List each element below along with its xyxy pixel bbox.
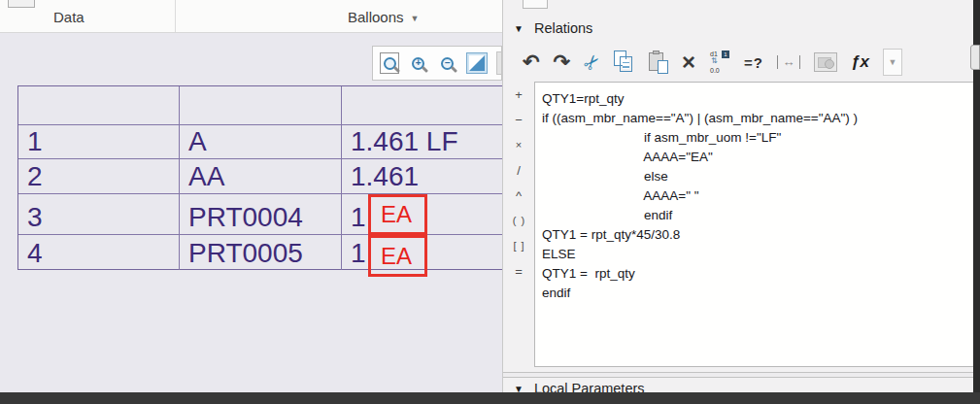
code-line: endif — [542, 206, 973, 225]
functions-dropdown-button[interactable]: ▼ — [883, 49, 902, 76]
table-row[interactable]: 1 A 1.461 LF — [18, 125, 502, 159]
table-row[interactable]: 4 PRT0005 1 — [18, 235, 502, 270]
copy-button[interactable] — [614, 49, 635, 76]
cell-name: PRT0004 — [180, 194, 342, 234]
uom-ea-red: EA — [381, 201, 412, 228]
annotation-box-ea-2: EA — [368, 235, 427, 277]
code-line: if asm_mbr_uom !="LF" — [542, 128, 973, 148]
op-minus[interactable]: − — [504, 107, 534, 132]
relations-code-editor[interactable]: QTY1=rpt_qty if ((asm_mbr_name=="A") | (… — [534, 82, 973, 367]
table-row[interactable]: 2 AA 1.461 — [18, 159, 502, 194]
operator-palette: + − × / ^ ( ) [ ] = — [504, 82, 534, 284]
zoom-in-icon[interactable]: + — [408, 51, 428, 75]
chevron-down-icon: ▼ — [888, 57, 896, 67]
code-line: else — [542, 167, 973, 186]
table-preview-pane: + − 1 A 1.461 LF 2 AA 1.461 3 PRT0004 — [0, 33, 502, 393]
cell-name: PRT0005 — [180, 235, 342, 270]
table-row[interactable]: 3 PRT0004 1 — [18, 194, 502, 235]
redo-icon: ↷ — [554, 52, 571, 72]
paste-icon — [649, 50, 668, 74]
collapse-triangle-icon: ▼ — [514, 23, 524, 34]
relations-toolbar: ↶ ↷ ✂ × d1 ⇅ 0.0 1 — [523, 45, 902, 80]
balloons-label: Balloons — [348, 9, 404, 25]
magnifier-plus-icon: + — [412, 57, 424, 70]
delete-x-icon: × — [682, 52, 695, 72]
magnifier-minus-icon: − — [441, 57, 454, 70]
undo-icon: ↶ — [523, 52, 540, 72]
delete-button[interactable]: × — [682, 49, 695, 76]
verify-icon: =? — [744, 54, 763, 71]
ribbon-bar: Data Balloons ▼ — [0, 0, 502, 33]
update-view-icon[interactable] — [466, 51, 488, 75]
cell-index: 4 — [18, 235, 180, 270]
functions-button[interactable]: ƒx — [851, 49, 869, 76]
ribbon-button-partial[interactable] — [8, 0, 35, 8]
code-line: endif — [542, 284, 973, 303]
panel-button-partial[interactable] — [523, 0, 548, 9]
table-zoom-toolbar: + − — [372, 46, 502, 81]
op-multiply[interactable]: × — [504, 132, 534, 157]
paste-button[interactable] — [649, 49, 668, 76]
op-plus[interactable]: + — [504, 82, 534, 107]
units-icon: ↔ — [777, 55, 800, 69]
op-power[interactable]: ^ — [504, 183, 534, 208]
toolbar-clipped-icon[interactable] — [496, 51, 501, 75]
op-parentheses[interactable]: ( ) — [504, 208, 534, 233]
cell-name: AA — [180, 159, 342, 193]
zoom-out-icon[interactable]: − — [437, 51, 457, 75]
report-image-icon — [814, 52, 837, 72]
undo-button[interactable]: ↶ — [523, 49, 540, 76]
switch-dimensions-icon: d1 ⇅ 0.0 1 — [709, 50, 730, 74]
relations-title: Relations — [534, 20, 592, 36]
verify-button[interactable]: =? — [744, 49, 763, 76]
panel-splitter[interactable] — [503, 372, 974, 378]
ribbon-group-balloons[interactable]: Balloons ▼ — [348, 9, 419, 25]
op-divide[interactable]: / — [504, 157, 534, 183]
switch-dimensions-button[interactable]: d1 ⇅ 0.0 1 — [709, 49, 730, 76]
cell-name: A — [180, 125, 342, 158]
code-line: ELSE — [542, 245, 973, 264]
relations-panel: ▼ Relations ↶ ↷ ✂ × d1 ⇅ — [502, 0, 973, 404]
zoom-region-icon[interactable] — [380, 52, 399, 74]
units-button[interactable]: ↔ — [777, 49, 800, 76]
relations-section-header[interactable]: ▼ Relations — [514, 20, 592, 36]
table-header-row — [18, 86, 502, 125]
scissors-icon: ✂ — [578, 49, 606, 76]
cell-index: 1 — [18, 125, 180, 158]
code-line: if ((asm_mbr_name=="A") | (asm_mbr_name=… — [542, 109, 973, 128]
code-line: AAAA="EA" — [542, 148, 973, 167]
uom-ea-red: EA — [381, 243, 412, 270]
ribbon-group-data-label: Data — [53, 9, 84, 25]
cut-button[interactable]: ✂ — [584, 49, 600, 76]
code-line: QTY1 = rpt_qty*45/30.8 — [542, 225, 973, 245]
chevron-down-icon: ▼ — [411, 12, 420, 23]
code-line: AAAA=" " — [542, 186, 973, 206]
cell-index: 3 — [18, 194, 180, 234]
op-brackets[interactable]: [ ] — [504, 233, 534, 258]
copy-icon — [614, 50, 635, 74]
op-equals[interactable]: = — [504, 258, 534, 284]
code-line: QTY1=rpt_qty — [542, 89, 973, 109]
cell-qty: 1.461 LF — [342, 125, 502, 158]
edge-button-partial[interactable] — [970, 45, 980, 70]
diagonal-split-icon — [466, 52, 488, 74]
report-button[interactable] — [814, 49, 837, 76]
window-bottom-edge — [0, 392, 980, 404]
annotation-box-ea-1: EA — [368, 194, 427, 235]
redo-button[interactable]: ↷ — [554, 49, 571, 76]
fx-icon: ƒx — [851, 52, 869, 72]
cell-index: 2 — [18, 159, 180, 193]
bom-table: 1 A 1.461 LF 2 AA 1.461 3 PRT0004 1 4 PR… — [17, 85, 503, 270]
cell-qty: 1.461 — [342, 159, 502, 193]
code-line: QTY1 = rpt_qty — [542, 264, 973, 284]
magnifier-icon — [384, 57, 396, 70]
ribbon-group-divider — [175, 0, 176, 32]
